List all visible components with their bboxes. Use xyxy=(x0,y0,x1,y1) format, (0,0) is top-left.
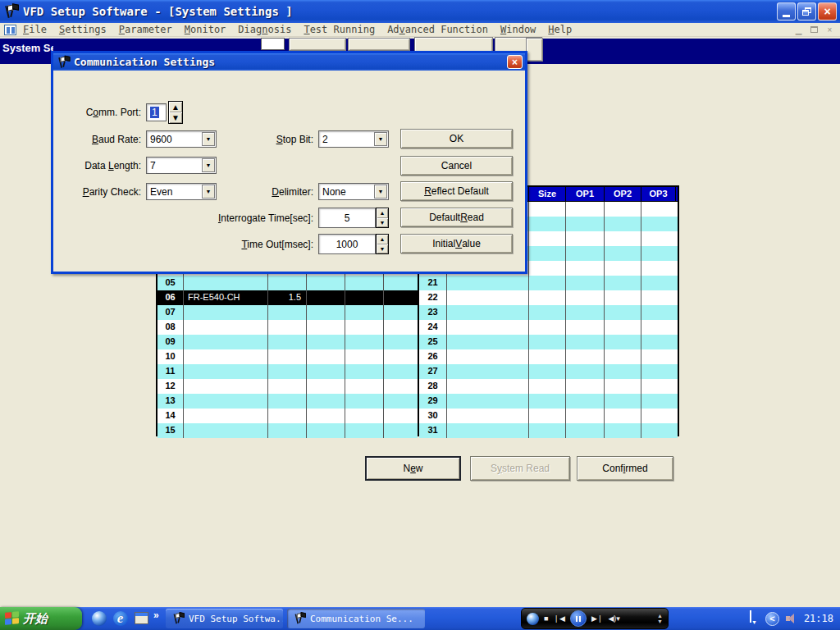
table-row[interactable]: 15 xyxy=(158,423,418,438)
chevron-down-icon[interactable]: ▼ xyxy=(374,185,387,199)
dialog-titlebar[interactable]: Communication Settings × xyxy=(53,53,525,71)
table-row[interactable]: 31 xyxy=(419,423,678,438)
volume-icon[interactable]: ◀)▾ xyxy=(608,615,619,623)
menu-item-settings[interactable]: Settings xyxy=(59,24,107,35)
table-row[interactable]: 30 xyxy=(419,409,678,423)
table-row[interactable]: 07 xyxy=(158,305,418,320)
pause-icon[interactable] xyxy=(570,610,587,627)
menu-item-help[interactable]: Help xyxy=(548,24,572,35)
next-icon[interactable]: ▶❘ xyxy=(591,615,603,623)
quicklaunch-app-icon[interactable] xyxy=(133,609,150,627)
table-row[interactable]: 21 xyxy=(419,276,678,290)
close-icon[interactable]: × xyxy=(818,2,837,21)
table-cell xyxy=(184,394,268,409)
column-header-size: Size xyxy=(529,187,566,202)
table-row[interactable]: 23 xyxy=(419,305,678,320)
taskbar-task-vfd[interactable]: VFD Setup Softwa... xyxy=(166,609,283,628)
table-row[interactable]: 27 xyxy=(419,364,678,379)
table-cell xyxy=(307,335,345,349)
menu-item-test-running[interactable]: Test Running xyxy=(304,24,375,35)
table-row[interactable]: 29 xyxy=(419,394,678,409)
ok-button[interactable]: OK xyxy=(400,129,513,148)
table-row[interactable]: 09 xyxy=(158,335,418,349)
reflect-default-button[interactable]: Reflect Default xyxy=(400,181,513,201)
mdi-child-icon[interactable] xyxy=(4,25,16,35)
chevron-down-icon[interactable]: ▼ xyxy=(202,158,215,172)
deskband-expand-icon[interactable]: ▲▼ xyxy=(657,613,663,624)
stop-icon[interactable]: ■ xyxy=(544,615,548,623)
data-length-combo[interactable]: 7▼ xyxy=(146,157,217,174)
comm-port-input[interactable]: 1 xyxy=(146,103,167,121)
mdi-minimize-icon[interactable]: ▁ xyxy=(793,25,804,34)
chevron-down-icon[interactable]: ▼ xyxy=(202,132,215,146)
spin-up-icon[interactable]: ▲ xyxy=(377,235,388,244)
system-read-button[interactable]: System Read xyxy=(470,456,570,481)
menu-item-diagnosis[interactable]: Diagnosis xyxy=(238,24,291,35)
tray-hide-icons-chevron[interactable]: < xyxy=(765,612,779,626)
cancel-button[interactable]: Cancel xyxy=(400,156,513,176)
comm-port-spinner[interactable]: ▲ ▼ xyxy=(168,101,183,124)
quicklaunch-overflow-chevron[interactable]: » xyxy=(153,609,159,621)
table-row[interactable]: 14 xyxy=(158,409,418,423)
initial-value-button[interactable]: Initial Value xyxy=(400,234,513,253)
time-out-spinner[interactable]: ▲ ▼ xyxy=(376,234,389,254)
mdi-close-icon[interactable]: × xyxy=(824,25,835,34)
interrogate-time-spinner[interactable]: ▲ ▼ xyxy=(376,208,389,228)
table-row[interactable]: 05 xyxy=(158,276,418,290)
hidden-edit-box[interactable] xyxy=(261,38,285,50)
internet-explorer-icon[interactable]: e xyxy=(112,609,129,627)
spin-down-icon[interactable]: ▼ xyxy=(169,112,182,123)
minimize-icon[interactable] xyxy=(777,2,796,21)
wmp-logo-icon[interactable] xyxy=(527,613,539,625)
menu-item-file[interactable]: File xyxy=(23,24,47,35)
menu-item-monitor[interactable]: Monitor xyxy=(185,24,226,35)
tray-window-icon[interactable]: ▼ xyxy=(750,612,760,625)
table-row[interactable]: 08 xyxy=(158,320,418,335)
table-row[interactable]: 13 xyxy=(158,394,418,409)
parity-check-combo[interactable]: Even▼ xyxy=(146,183,217,200)
app-icon xyxy=(294,613,305,624)
hidden-toolbar-button[interactable] xyxy=(348,38,410,51)
table-row[interactable]: 24 xyxy=(419,320,678,335)
confirmed-button[interactable]: Confirmed xyxy=(577,456,673,481)
restore-icon[interactable] xyxy=(797,2,816,21)
tray-volume-icon[interactable] xyxy=(785,613,798,624)
table-row[interactable]: 25 xyxy=(419,335,678,349)
spin-up-icon[interactable]: ▲ xyxy=(169,102,182,112)
menu-item-parameter[interactable]: Parameter xyxy=(119,24,172,35)
table-row[interactable]: 12 xyxy=(158,379,418,394)
menu-item-advanced-function[interactable]: Advanced Function xyxy=(387,24,488,35)
table-row[interactable]: 28 xyxy=(419,379,678,394)
table-cell xyxy=(566,423,605,438)
spin-down-icon[interactable]: ▼ xyxy=(377,218,388,228)
table-row[interactable]: 06FR-E540-CH1.5 xyxy=(158,290,418,305)
new-button[interactable]: New xyxy=(365,456,461,481)
table-row[interactable]: 22 xyxy=(419,290,678,305)
media-player-icon[interactable] xyxy=(90,609,107,627)
menu-item-window[interactable]: Window xyxy=(500,24,536,35)
table-cell xyxy=(605,276,641,290)
previous-icon[interactable]: ❘◀ xyxy=(553,615,564,623)
interrogate-time-input[interactable]: 5 xyxy=(318,208,376,228)
table-cell xyxy=(529,320,566,335)
column-header-op1: OP1 xyxy=(566,187,605,202)
default-read-button[interactable]: Default Read xyxy=(400,208,513,227)
mdi-restore-icon[interactable] xyxy=(809,25,819,34)
dialog-close-icon[interactable]: × xyxy=(507,55,523,69)
time-out-input[interactable]: 1000 xyxy=(318,234,376,254)
table-row[interactable]: 11 xyxy=(158,364,418,379)
start-button[interactable]: 开始 xyxy=(0,607,82,630)
table-cell xyxy=(447,364,529,379)
delimiter-combo[interactable]: None▼ xyxy=(318,183,389,200)
stop-bit-combo[interactable]: 2▼ xyxy=(318,130,389,148)
table-row[interactable]: 26 xyxy=(419,349,678,364)
spin-up-icon[interactable]: ▲ xyxy=(377,208,388,218)
table-row[interactable]: 10 xyxy=(158,349,418,364)
chevron-down-icon[interactable]: ▼ xyxy=(202,185,215,199)
chevron-down-icon[interactable]: ▼ xyxy=(374,132,387,146)
hidden-toolbar-button[interactable] xyxy=(289,38,346,51)
spin-down-icon[interactable]: ▼ xyxy=(377,244,388,254)
taskbar-task-communication[interactable]: Communication Se... xyxy=(287,609,425,628)
hidden-toolbar-button[interactable] xyxy=(526,38,543,62)
baud-rate-combo[interactable]: 9600▼ xyxy=(146,130,217,148)
